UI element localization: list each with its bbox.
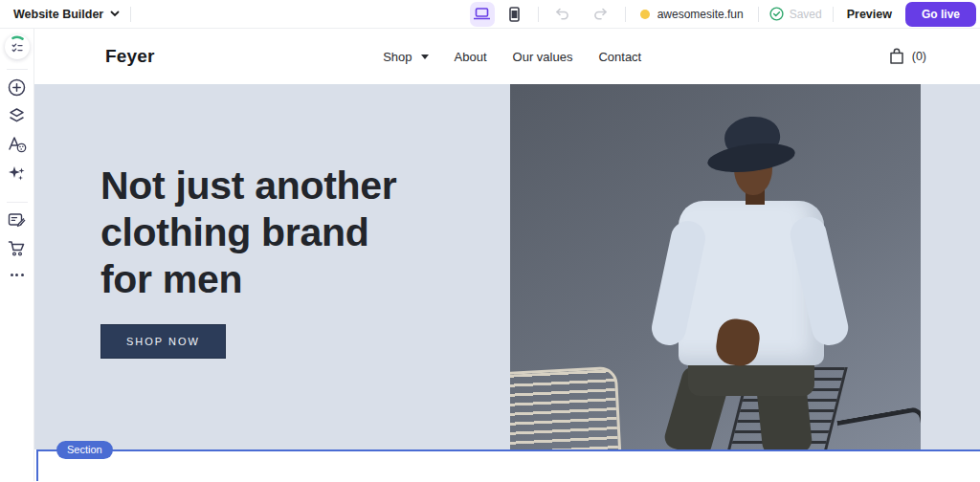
mobile-icon	[509, 7, 520, 22]
add-element-button[interactable]	[8, 77, 27, 97]
store-button[interactable]	[8, 239, 27, 258]
redo-button[interactable]	[590, 4, 612, 25]
checklist-progress-icon	[6, 35, 29, 58]
nav-shop-label: Shop	[383, 50, 412, 64]
divider	[130, 7, 131, 22]
sparkles-icon	[8, 164, 26, 183]
mobile-view-button[interactable]	[502, 2, 527, 27]
site-logo[interactable]: Feyer	[105, 46, 155, 67]
nav-item-about[interactable]: About	[455, 50, 487, 64]
go-live-button[interactable]: Go live	[905, 2, 976, 27]
layers-button[interactable]	[8, 106, 27, 125]
nav-item-contact[interactable]: Contact	[598, 50, 641, 64]
photo-chair-frame	[836, 405, 921, 449]
layers-icon	[8, 107, 26, 124]
hero-section[interactable]: Not just another clothing brand for men …	[34, 84, 980, 449]
more-icon	[11, 274, 13, 276]
site-cart[interactable]: (0)	[889, 48, 926, 65]
divider	[758, 7, 759, 22]
divider	[833, 7, 834, 22]
text-styles-button[interactable]	[8, 135, 27, 154]
hero-heading[interactable]: Not just another clothing brand for men	[100, 163, 464, 302]
photo-wire-chair	[510, 366, 621, 449]
cart-count: (0)	[912, 50, 926, 63]
save-status: Saved	[769, 7, 822, 21]
blog-button[interactable]	[8, 210, 27, 230]
ai-tools-button[interactable]	[8, 164, 27, 183]
chevron-down-icon	[110, 11, 120, 17]
divider	[538, 7, 539, 22]
nav-item-shop[interactable]: Shop	[383, 50, 428, 64]
shopping-bag-icon	[889, 48, 904, 65]
more-button[interactable]	[11, 274, 24, 276]
preview-button[interactable]: Preview	[847, 8, 892, 21]
photo-bucket-hat-brim	[706, 139, 797, 176]
domain-name: awesomesite.fun	[657, 8, 744, 21]
blog-edit-icon	[8, 212, 26, 229]
website-builder-label: Website Builder	[13, 8, 103, 21]
site-nav-links: Shop About Our values Contact	[383, 50, 641, 64]
shop-now-button[interactable]: SHOP NOW	[100, 324, 226, 359]
desktop-icon	[474, 8, 490, 20]
editor-topbar: Website Builder awesomesite	[0, 0, 980, 29]
selected-section-outline[interactable]: Section	[36, 449, 980, 481]
section-badge[interactable]: Section	[56, 441, 113, 459]
domain-status-dot	[640, 10, 650, 19]
onboarding-checklist-button[interactable]	[5, 34, 30, 59]
site-canvas: Feyer Shop About Our values Contact (0) …	[34, 29, 980, 481]
site-domain[interactable]: awesomesite.fun	[640, 8, 744, 21]
chevron-down-icon	[421, 55, 429, 59]
nav-item-our-values[interactable]: Our values	[513, 50, 573, 64]
typography-palette-icon	[8, 136, 27, 153]
website-builder-menu[interactable]: Website Builder	[13, 8, 120, 21]
hero-photo[interactable]	[510, 84, 921, 449]
divider	[7, 202, 28, 203]
cart-icon	[8, 240, 26, 257]
redo-icon	[593, 8, 608, 20]
check-circle-icon	[769, 7, 784, 21]
desktop-view-button[interactable]	[470, 2, 495, 27]
divider	[7, 69, 28, 70]
saved-label: Saved	[790, 8, 822, 21]
plus-circle-icon	[8, 78, 26, 97]
undo-button[interactable]	[552, 4, 573, 25]
undo-icon	[555, 8, 569, 20]
editor-sidebar	[0, 29, 34, 481]
site-header[interactable]: Feyer Shop About Our values Contact (0)	[34, 29, 980, 84]
divider	[625, 7, 626, 22]
